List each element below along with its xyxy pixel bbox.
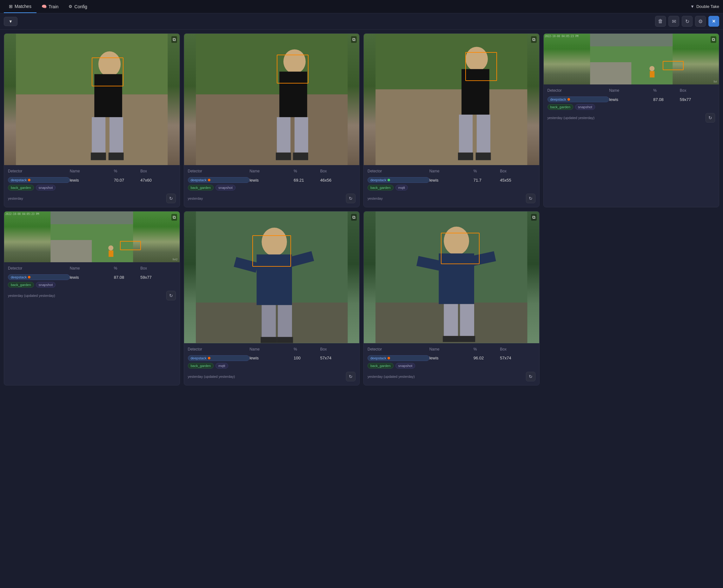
external-link-5[interactable]: ⧉: [171, 214, 177, 220]
person-percent-1: 70.07: [114, 178, 140, 183]
refresh-button[interactable]: ↻: [682, 16, 693, 27]
card-image-2[interactable]: ⧉: [184, 34, 360, 165]
svg-rect-43: [277, 337, 293, 343]
person-percent-3: 71.7: [473, 178, 500, 183]
svg-rect-13: [294, 117, 308, 153]
close-button[interactable]: ✕: [708, 16, 719, 27]
email-button[interactable]: ✉: [668, 16, 679, 27]
location-badge-5: back_garden: [8, 282, 34, 288]
toolbar-left: ▼: [4, 17, 18, 26]
type-badge-6: mqtt: [215, 363, 228, 369]
col-percent: %: [114, 169, 140, 173]
card-image-7[interactable]: ⧉: [364, 211, 539, 343]
svg-point-32: [108, 246, 113, 251]
card-image-1[interactable]: ⧉: [4, 34, 179, 165]
card-refresh-6[interactable]: ↻: [346, 372, 356, 381]
col-detector-2: Detector: [188, 169, 250, 173]
settings-button[interactable]: ⚙: [695, 16, 706, 27]
face-detection-box-6: [252, 235, 291, 267]
svg-rect-40: [261, 305, 276, 338]
train-label: Train: [48, 4, 58, 9]
svg-rect-20: [459, 114, 473, 153]
svg-rect-15: [293, 153, 308, 160]
card-body-1: Detector Name % Box deepstack lewis 70.0…: [4, 165, 179, 207]
svg-point-27: [650, 66, 655, 71]
col-detector-7: Detector: [367, 347, 429, 352]
app-title-area: ▼ Double Take: [690, 4, 719, 9]
card-time-1: yesterday: [8, 196, 23, 200]
external-link-6[interactable]: ⧉: [351, 214, 357, 220]
card-time-2: yesterday: [188, 196, 203, 200]
person-percent-4: 87.08: [653, 97, 680, 102]
svg-rect-52: [443, 336, 459, 342]
card-footer-7: yesterday (updated yesterday) ↻: [367, 372, 535, 381]
tab-matches[interactable]: ⊞ Matches: [4, 0, 37, 13]
col-percent-6: %: [294, 347, 320, 352]
external-link-4[interactable]: ⧉: [710, 36, 716, 43]
card-image-3[interactable]: ⧉: [364, 34, 539, 165]
location-badge-1: back_garden: [8, 185, 34, 190]
matches-icon: ⊞: [9, 4, 13, 9]
col-detector: Detector: [8, 169, 70, 173]
svg-rect-21: [477, 114, 490, 153]
external-link-1[interactable]: ⧉: [171, 36, 177, 43]
person-name-5: lewis: [70, 275, 114, 280]
person-illustration-2: [184, 34, 360, 165]
card-image-4[interactable]: 2022-10-08 04:05:23 PM livi: [544, 34, 719, 84]
table-header-6: Detector Name % Box: [188, 347, 356, 353]
match-card-1: ⧉ Detector Name % Box deepstack lewis 70…: [4, 33, 180, 207]
card-refresh-3[interactable]: ↻: [526, 194, 535, 203]
detector-dot-6: [208, 357, 210, 359]
person-box-1: 47x60: [140, 178, 175, 183]
external-link-3[interactable]: ⧉: [531, 36, 537, 43]
col-box-6: Box: [320, 347, 356, 352]
main-content: ⧉ Detector Name % Box deepstack lewis 70…: [0, 29, 723, 389]
svg-rect-12: [277, 117, 291, 153]
svg-rect-31: [50, 211, 133, 224]
card-footer-1: yesterday ↻: [8, 194, 176, 203]
card-image-5[interactable]: 2022-10-08 04:05:23 PM livi2 ⧉: [4, 211, 179, 262]
tab-config[interactable]: ⚙ Config: [63, 0, 92, 13]
detector-badge-6: deepstack: [188, 355, 250, 361]
face-detection-box-2: [277, 55, 308, 84]
empty-slot-row2: [544, 211, 720, 385]
card-refresh-2[interactable]: ↻: [346, 194, 356, 203]
card-image-6[interactable]: ⧉: [184, 211, 360, 343]
card-refresh-4[interactable]: ↻: [705, 113, 715, 123]
svg-rect-22: [458, 153, 473, 160]
train-icon: 🧠: [42, 4, 47, 9]
card-refresh-5[interactable]: ↻: [166, 291, 176, 300]
col-name-3: Name: [429, 169, 473, 173]
svg-rect-42: [260, 337, 277, 343]
svg-rect-26: [590, 34, 673, 46]
location-badge-7: back_garden: [367, 363, 394, 369]
image-bg-6: [184, 211, 360, 343]
detector-dot-5: [28, 276, 30, 278]
table-header-5: Detector Name % Box: [8, 266, 176, 272]
card-refresh-1[interactable]: ↻: [166, 194, 176, 203]
delete-button[interactable]: 🗑: [655, 16, 666, 27]
svg-rect-6: [91, 153, 106, 160]
close-icon: ✕: [712, 19, 716, 24]
match-card-5: 2022-10-08 04:05:23 PM livi2 ⧉ Detector: [4, 211, 180, 385]
card-footer-6: yesterday (updated yesterday) ↻: [188, 372, 356, 381]
person-illustration-3: [364, 34, 539, 165]
external-link-2[interactable]: ⧉: [351, 36, 357, 43]
card-refresh-7[interactable]: ↻: [526, 372, 535, 381]
face-detection-box-1: [92, 58, 123, 86]
person-sweatshirt-illustration-6: [184, 211, 360, 343]
person-name-6: lewis: [250, 356, 294, 360]
table-header-1: Detector Name % Box: [8, 169, 176, 175]
table-header-7: Detector Name % Box: [367, 347, 535, 353]
card-time-7: yesterday (updated yesterday): [367, 375, 415, 378]
filter-button[interactable]: ▼: [4, 17, 18, 26]
svg-rect-8: [196, 34, 347, 94]
type-badge-5: snapshot: [36, 282, 56, 288]
watermark-4: livi: [714, 80, 717, 83]
tab-train[interactable]: 🧠 Train: [37, 0, 63, 13]
col-name-5: Name: [70, 266, 114, 271]
detector-badge-7: deepstack: [367, 355, 429, 361]
col-percent-4: %: [653, 88, 680, 93]
face-detection-box-5: [120, 241, 141, 250]
external-link-7[interactable]: ⧉: [531, 214, 537, 220]
